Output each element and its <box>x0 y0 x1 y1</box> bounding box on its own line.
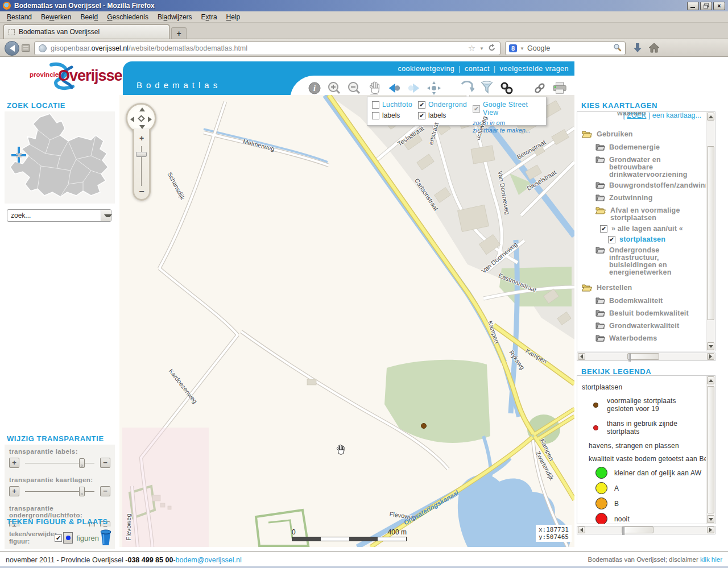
tree-item-grondwaterkwaliteit[interactable]: Grondwaterkwaliteit <box>577 322 704 331</box>
bookmarks-toolbar-icon[interactable] <box>22 44 30 52</box>
scroll-thumb[interactable] <box>707 146 714 320</box>
tree-item-bodemkwaliteit[interactable]: Bodemkwaliteit <box>577 297 704 306</box>
zoek-dropdown-button[interactable] <box>101 210 111 221</box>
folder-open-icon[interactable] <box>595 206 606 217</box>
tree-item-grondwater-en-betrouwbare-drin[interactable]: Grondwater en betrouwbare drinkwatervoor… <box>577 156 704 179</box>
draw-point-button[interactable] <box>63 532 73 544</box>
scroll-up-button[interactable] <box>707 113 714 121</box>
province-overview-map[interactable] <box>5 111 115 204</box>
zoek-kaartlaag-link[interactable]: [ ZOEK ] een kaartlaag... <box>623 111 701 119</box>
zoom-in-icon[interactable] <box>327 81 342 96</box>
menu-beeld[interactable]: Beeld <box>76 12 102 22</box>
slider-plus-button[interactable]: + <box>9 486 19 496</box>
tree-checkbox[interactable]: ✔ <box>600 225 607 233</box>
map-canvas[interactable]: + − Luchtfotolabels✔Ondergrond✔labels✔Go… <box>119 95 574 547</box>
close-button[interactable]: × <box>713 2 725 10</box>
slider-track[interactable] <box>25 491 94 492</box>
folder-icon[interactable] <box>595 334 605 344</box>
scroll-down-button[interactable] <box>707 515 714 523</box>
ondergrond-checkbox[interactable]: ✔ <box>418 101 425 109</box>
search-bar[interactable]: 8 ▼ Google <box>505 42 626 55</box>
filter-icon[interactable] <box>479 81 494 96</box>
toplink-cookiewetgeving[interactable]: cookiewetgeving <box>398 65 454 73</box>
zoom-slider-plus[interactable]: + <box>134 134 149 143</box>
toplink-veelgestelde-vragen[interactable]: veelgestelde vragen <box>500 65 569 73</box>
folder-icon[interactable] <box>595 322 605 331</box>
folder-icon[interactable] <box>595 246 605 256</box>
menu-bewerken[interactable]: Bewerken <box>36 12 76 22</box>
tree-item-stortplaatsen[interactable]: ✔stortplaatsen <box>577 236 704 243</box>
scroll-thumb[interactable] <box>622 526 653 533</box>
tree-item-herstellen[interactable]: Herstellen <box>577 284 704 294</box>
folder-open-icon[interactable] <box>582 130 593 140</box>
info-icon[interactable]: i <box>307 81 322 96</box>
tree-item-ondergrondse-infrastructuur-bu[interactable]: Ondergrondse infrastructuur, buisleiding… <box>577 247 704 276</box>
tree-item-zoutwinning[interactable]: Zoutwinning <box>577 194 704 204</box>
url-bar[interactable]: gisopenbaar.overijssel.nl/website/bodema… <box>34 42 500 55</box>
folder-icon[interactable] <box>595 156 605 165</box>
next-extent-icon[interactable] <box>407 81 421 96</box>
slider-plus-button[interactable]: + <box>9 458 19 468</box>
menu-help[interactable]: Help <box>222 12 245 22</box>
labels-checkbox[interactable]: ✔ <box>418 112 425 119</box>
tree-item-waterbodems[interactable]: Waterbodems <box>577 335 704 344</box>
url-dropdown-icon[interactable]: ▼ <box>479 46 484 51</box>
new-tab-button[interactable]: + <box>171 27 187 39</box>
slider-minus-button[interactable]: − <box>100 486 110 496</box>
scroll-up-button[interactable] <box>707 376 714 384</box>
legend-horizontal-scrollbar[interactable] <box>577 526 715 534</box>
folder-open-icon[interactable] <box>582 284 593 294</box>
pan-up-icon[interactable] <box>139 107 145 111</box>
identify-icon[interactable] <box>460 81 474 96</box>
slider-minus-button[interactable]: − <box>100 458 110 468</box>
restore-button[interactable] <box>700 2 712 10</box>
scroll-left-button[interactable] <box>578 526 585 533</box>
previous-extent-icon[interactable] <box>387 81 402 96</box>
zoom-slider-handle[interactable] <box>136 152 147 157</box>
minimize-button[interactable] <box>687 2 699 10</box>
disclaimer-link[interactable]: klik hier <box>700 556 722 563</box>
tree-vertical-scrollbar[interactable] <box>706 112 715 351</box>
slider-handle[interactable] <box>79 458 85 468</box>
pan-left-icon[interactable] <box>130 117 134 122</box>
download-icon[interactable] <box>632 43 643 55</box>
link-icon[interactable] <box>532 81 547 96</box>
tree-horizontal-scrollbar[interactable] <box>577 353 715 361</box>
reload-icon[interactable] <box>488 44 496 53</box>
footer-email-link[interactable]: bodem@overijssel.nl <box>176 556 242 564</box>
folder-icon[interactable] <box>595 297 605 306</box>
scroll-thumb[interactable] <box>707 386 714 513</box>
home-icon[interactable] <box>648 42 660 55</box>
tree-item-gebruiken[interactable]: Gebruiken <box>577 131 704 140</box>
slider-handle[interactable] <box>79 487 85 496</box>
folder-icon[interactable] <box>595 194 605 204</box>
scroll-right-button[interactable] <box>707 353 714 360</box>
tree-item--alle-lagen-aan-uit-[interactable]: ✔» alle lagen aan/uit « <box>577 225 704 233</box>
tree-item-afval-en-voormalige-stortplaat[interactable]: Afval en voormalige stortplaatsen <box>577 207 704 222</box>
slider-track[interactable] <box>25 463 94 463</box>
folder-icon[interactable] <box>595 181 605 191</box>
zoom-slider-minus[interactable]: − <box>134 186 149 197</box>
scroll-thumb[interactable] <box>627 353 659 360</box>
menu-bladwijzers[interactable]: Bladwijzers <box>153 12 197 22</box>
google-street-view-checkbox[interactable]: ✔ <box>473 105 480 113</box>
full-extent-icon[interactable] <box>427 81 441 96</box>
tree-item-bouwgrondstoffen-zandwinning[interactable]: Bouwgrondstoffen/zandwinning <box>577 182 704 191</box>
labels-checkbox[interactable] <box>372 112 379 119</box>
folder-icon[interactable] <box>595 143 605 153</box>
map-pan-zoom-control[interactable]: + − <box>125 103 158 201</box>
menu-geschiedenis[interactable]: Geschiedenis <box>102 12 153 22</box>
scroll-down-button[interactable] <box>707 342 714 350</box>
zoek-combobox[interactable]: zoek... <box>7 209 111 222</box>
search-engine-dropdown-icon[interactable]: ▼ <box>520 46 524 51</box>
scroll-right-button[interactable] <box>707 526 714 533</box>
pan-right-icon[interactable] <box>148 117 152 122</box>
tree-checkbox[interactable]: ✔ <box>608 236 615 243</box>
menu-bestand[interactable]: Bestand <box>2 12 36 22</box>
legend-vertical-scrollbar[interactable] <box>706 376 715 524</box>
zoom-out-icon[interactable] <box>347 81 362 96</box>
luchtfoto-checkbox[interactable] <box>372 101 379 109</box>
tree-item-besluit-bodemkwaliteit[interactable]: Besluit bodemkwaliteit <box>577 310 704 319</box>
print-icon[interactable] <box>552 81 567 96</box>
tree-item-bodemenergie[interactable]: Bodemenergie <box>577 144 704 153</box>
